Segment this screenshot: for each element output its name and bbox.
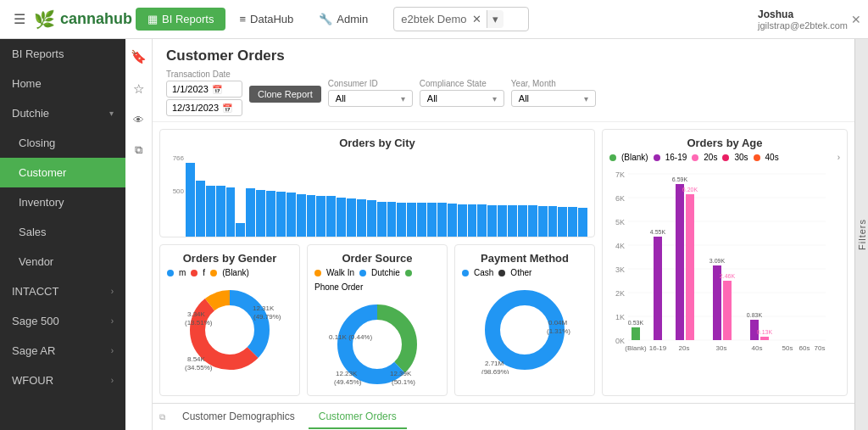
consumer-id-label: Consumer ID (328, 79, 413, 88)
filters-panel[interactable]: Filters (854, 39, 868, 430)
sidebar-item-home[interactable]: Home (0, 69, 125, 98)
sidebar-item-sage500[interactable]: Sage 500 › (0, 306, 125, 336)
city-bar[interactable] (437, 203, 447, 237)
city-bar[interactable] (196, 181, 205, 237)
tab-datahub[interactable]: ≡ DataHub (227, 8, 305, 31)
tab-customer-orders[interactable]: Customer Orders (309, 405, 407, 429)
svg-text:6.59K: 6.59K (672, 176, 688, 182)
city-bar[interactable] (367, 200, 376, 237)
city-bar[interactable] (578, 208, 587, 237)
city-bar[interactable] (307, 195, 316, 237)
city-bar[interactable] (206, 186, 215, 237)
city-bar[interactable] (407, 203, 416, 237)
city-bar[interactable] (297, 194, 306, 237)
city-bar[interactable] (528, 205, 537, 237)
compliance-state-select[interactable]: All ▾ (420, 90, 504, 107)
sidebar-item-closing[interactable]: Closing (0, 128, 125, 158)
city-bar[interactable] (538, 206, 548, 237)
copy-icon[interactable]: ⧉ (131, 140, 146, 160)
city-bar[interactable] (477, 204, 487, 237)
city-bar[interactable] (226, 187, 236, 237)
city-bar[interactable] (508, 205, 517, 237)
sidebar-item-customer[interactable]: Customer (0, 158, 125, 187)
city-bar[interactable] (216, 186, 225, 237)
tab-admin[interactable]: 🔧 Admin (307, 8, 380, 31)
svg-text:12.39K: 12.39K (390, 370, 412, 377)
city-bar[interactable] (287, 193, 296, 237)
city-bar[interactable] (568, 207, 577, 237)
user-close-icon[interactable]: ✕ (851, 13, 861, 26)
date-to-input[interactable]: 12/31/2023 📅 (166, 99, 242, 116)
sidebar-item-vendor[interactable]: Vendor (0, 247, 125, 276)
source-phone-dot (405, 270, 412, 276)
datahub-icon: ≡ (239, 13, 246, 25)
search-box[interactable]: e2btek Demo ✕ ▾ (393, 7, 529, 31)
city-bar[interactable] (498, 205, 507, 237)
city-bar[interactable] (246, 188, 255, 237)
star-icon[interactable]: ☆ (130, 78, 147, 100)
svg-text:4.55K: 4.55K (650, 229, 666, 235)
filter-row: Transaction Date 1/1/2023 📅 12/31/2023 📅… (166, 70, 841, 116)
report-header: Customer Orders Transaction Date 1/1/202… (153, 39, 854, 122)
city-bar[interactable] (256, 190, 265, 237)
sidebar-item-sagear[interactable]: Sage AR › (0, 336, 125, 366)
search-close-icon[interactable]: ✕ (472, 13, 481, 25)
svg-text:0.13K: 0.13K (757, 329, 773, 335)
city-bar[interactable] (487, 205, 497, 237)
tab-customer-demographics[interactable]: Customer Demographics (172, 405, 305, 429)
svg-text:1K: 1K (615, 313, 625, 321)
city-bar[interactable] (377, 202, 387, 238)
svg-text:3.34K: 3.34K (187, 310, 206, 318)
clone-report-button[interactable]: Clone Report (249, 86, 321, 103)
city-bar[interactable] (236, 223, 245, 237)
city-bar[interactable] (347, 198, 356, 237)
svg-text:(50.1%): (50.1%) (392, 378, 415, 386)
city-bar[interactable] (337, 198, 346, 237)
svg-text:2.71M: 2.71M (485, 360, 504, 367)
city-bar[interactable] (357, 199, 366, 237)
sidebar-item-wfour[interactable]: WFOUR › (0, 366, 125, 395)
city-bar[interactable] (548, 206, 558, 237)
date-from-input[interactable]: 1/1/2023 📅 (166, 81, 242, 98)
bookmark-icon[interactable]: 🔖 (127, 46, 150, 68)
topbar: ☰ 🌿 cannahub ▦ BI Reports ≡ DataHub 🔧 Ad… (0, 0, 868, 39)
city-bar[interactable] (427, 203, 437, 237)
city-bar[interactable] (326, 196, 336, 237)
hamburger-icon[interactable]: ☰ (14, 11, 25, 27)
city-bar[interactable] (266, 191, 275, 237)
gender-m-label: m (179, 268, 186, 277)
bottom-tabs: ⧉ Customer Demographics Customer Orders (153, 403, 854, 430)
sidebar-item-sales[interactable]: Sales (0, 217, 125, 247)
svg-text:70s: 70s (815, 344, 826, 352)
city-bar[interactable] (558, 207, 567, 237)
city-bar[interactable] (316, 196, 326, 237)
city-bar[interactable] (387, 202, 397, 237)
sidebar-item-bi-reports[interactable]: BI Reports (0, 39, 125, 69)
svg-rect-16 (632, 327, 640, 340)
city-bar[interactable] (458, 204, 467, 237)
city-bar[interactable] (468, 204, 477, 237)
source-phone-label: Phone Order (314, 282, 363, 292)
city-bar[interactable] (186, 163, 195, 237)
svg-text:0.11K (0.44%): 0.11K (0.44%) (329, 333, 372, 341)
city-bar[interactable] (518, 205, 527, 237)
city-bar[interactable] (276, 192, 286, 237)
source-walkin-dot (314, 270, 321, 276)
city-bar[interactable] (448, 204, 457, 237)
search-dropdown-icon[interactable]: ▾ (487, 10, 504, 28)
payment-other-label: Other (510, 268, 531, 277)
visibility-icon[interactable]: 👁 (130, 110, 147, 130)
year-month-select[interactable]: All ▾ (511, 90, 596, 107)
age-next-icon[interactable]: › (837, 153, 840, 162)
sidebar-item-dutchie[interactable]: Dutchie ▾ (0, 98, 125, 128)
city-bar[interactable] (417, 203, 426, 237)
sidebar-item-intacct[interactable]: INTACCT › (0, 276, 125, 306)
sidebar-item-inventory[interactable]: Inventory (0, 187, 125, 217)
user-area: Joshua jgilstrap@e2btek.com ✕ (758, 8, 861, 31)
consumer-id-select[interactable]: All ▾ (328, 90, 413, 107)
city-bar[interactable] (397, 203, 406, 237)
user-name: Joshua (758, 8, 848, 20)
age-legend-20s-dot (692, 154, 698, 161)
tab-bi-reports[interactable]: ▦ BI Reports (136, 8, 225, 31)
gender-blank-label: (Blank) (222, 268, 249, 277)
